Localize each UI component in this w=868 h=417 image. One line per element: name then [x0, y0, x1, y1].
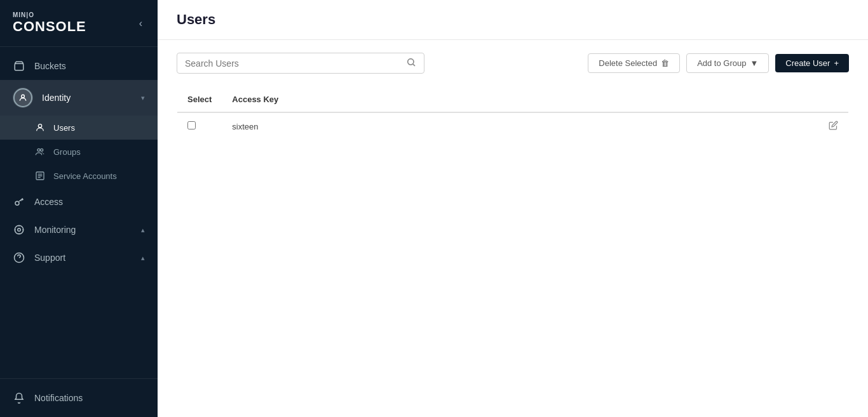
row-select-cell: [177, 112, 222, 140]
user-icon: [34, 122, 46, 133]
sidebar-item-access[interactable]: Access: [0, 188, 158, 216]
sidebar-item-users[interactable]: Users: [0, 116, 158, 140]
page-title: Users: [177, 11, 849, 28]
sidebar-item-identity-label: Identity: [42, 93, 132, 103]
svg-point-8: [18, 228, 21, 232]
svg-point-3: [37, 149, 40, 151]
search-input[interactable]: [185, 58, 401, 69]
service-accounts-icon: [34, 170, 46, 182]
sidebar-item-groups-label: Groups: [53, 147, 81, 157]
table-row: sixteen: [177, 112, 849, 140]
sidebar-logo: MIN|O CONSOLE ‹: [0, 0, 158, 47]
sidebar-item-support-label: Support: [34, 253, 132, 263]
groups-icon: [34, 146, 46, 157]
sidebar-toggle-button[interactable]: ‹: [137, 15, 145, 32]
logo-console: CONSOLE: [13, 18, 86, 35]
delete-label: Delete Selected: [599, 58, 657, 68]
svg-point-9: [408, 59, 414, 65]
search-box[interactable]: [177, 53, 424, 74]
svg-point-2: [38, 124, 41, 128]
main-content: Users Delete Selected 🗑 Add: [158, 0, 868, 417]
support-icon: [13, 251, 25, 264]
svg-rect-0: [15, 63, 24, 70]
toolbar-right: Delete Selected 🗑 Add to Group ▼ Create …: [588, 53, 849, 73]
row-edit-button[interactable]: [829, 121, 838, 132]
create-user-plus-icon: +: [834, 58, 839, 68]
page-header: Users: [158, 0, 868, 40]
delete-icon: 🗑: [661, 58, 669, 68]
identity-expand-icon: ▾: [141, 94, 145, 102]
monitoring-icon: [13, 223, 25, 236]
table-header-row: Select Access Key: [177, 87, 849, 113]
access-icon: [13, 195, 25, 208]
sidebar-bottom: Notifications: [0, 378, 158, 417]
users-table-body: sixteen: [177, 112, 849, 140]
identity-icon: [13, 88, 33, 108]
svg-point-7: [15, 225, 24, 234]
add-to-group-button[interactable]: Add to Group ▼: [686, 53, 769, 73]
row-edit-cell: [817, 112, 849, 140]
logo: MIN|O CONSOLE: [13, 11, 86, 35]
svg-point-6: [15, 201, 19, 205]
add-group-chevron-icon: ▼: [750, 58, 758, 68]
search-icon-button[interactable]: [406, 57, 416, 69]
create-user-label: Create User: [785, 58, 830, 68]
sidebar-item-support[interactable]: Support ▴: [0, 244, 158, 272]
sidebar-item-access-label: Access: [34, 197, 145, 207]
sidebar-item-monitoring-label: Monitoring: [34, 225, 132, 235]
notifications-icon: [13, 392, 25, 404]
row-checkbox[interactable]: [187, 121, 196, 129]
support-expand-icon: ▴: [141, 254, 145, 262]
row-access-key: sixteen: [222, 112, 817, 140]
svg-point-4: [41, 149, 43, 151]
create-user-button[interactable]: Create User +: [775, 54, 849, 72]
sidebar-item-notifications[interactable]: Notifications: [0, 384, 158, 412]
col-access-key-header: Access Key: [222, 87, 817, 113]
sidebar-item-groups[interactable]: Groups: [0, 140, 158, 164]
sidebar-item-buckets-label: Buckets: [34, 61, 145, 71]
delete-selected-button[interactable]: Delete Selected 🗑: [588, 53, 680, 73]
col-select-header: Select: [177, 87, 222, 113]
svg-point-1: [22, 95, 25, 98]
sidebar-item-service-accounts[interactable]: Service Accounts: [0, 164, 158, 188]
sidebar-item-monitoring[interactable]: Monitoring ▴: [0, 216, 158, 244]
sidebar-item-buckets[interactable]: Buckets: [0, 52, 158, 80]
sidebar-item-identity[interactable]: Identity ▾: [0, 80, 158, 116]
users-table: Select Access Key sixteen: [177, 86, 849, 140]
monitoring-expand-icon: ▴: [141, 226, 145, 234]
bucket-icon: [13, 60, 25, 72]
sidebar-item-notifications-label: Notifications: [34, 393, 145, 403]
toolbar: Delete Selected 🗑 Add to Group ▼ Create …: [177, 53, 849, 74]
logo-mini: MIN|O: [13, 11, 86, 18]
sidebar-item-users-label: Users: [53, 123, 75, 133]
sidebar: MIN|O CONSOLE ‹ Buckets: [0, 0, 158, 417]
page-body: Delete Selected 🗑 Add to Group ▼ Create …: [158, 40, 868, 417]
sidebar-nav: Buckets Identity ▾: [0, 47, 158, 378]
sidebar-item-service-accounts-label: Service Accounts: [53, 171, 117, 181]
add-group-label: Add to Group: [697, 58, 746, 68]
